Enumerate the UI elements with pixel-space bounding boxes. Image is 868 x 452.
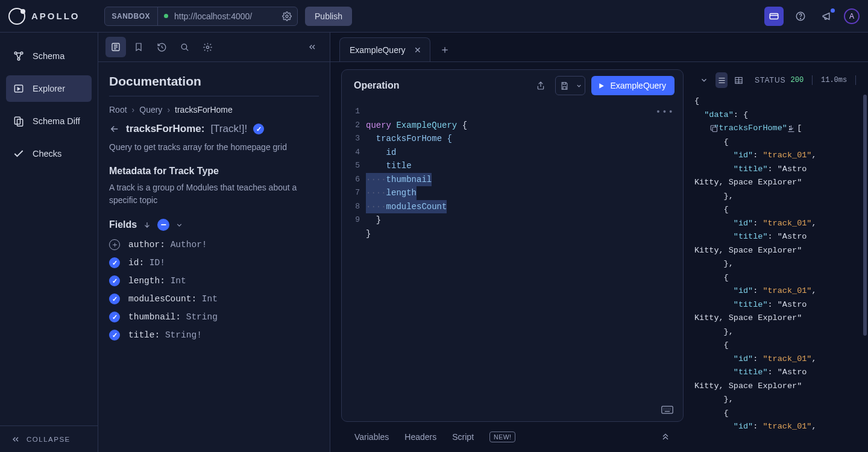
back-arrow-icon[interactable] xyxy=(109,124,120,134)
topbar-right-icons: A xyxy=(764,7,860,26)
bookmark-icon[interactable] xyxy=(128,37,149,57)
svg-rect-1 xyxy=(770,13,778,19)
nav-label: Checks xyxy=(33,149,61,159)
doc-view-icon[interactable] xyxy=(105,37,126,57)
collapse-label: COLLAPSE xyxy=(27,436,71,443)
status-code: 200 xyxy=(791,76,804,84)
field-add-icon[interactable]: ＋ xyxy=(109,239,120,250)
field-row[interactable]: modulesCount: Int xyxy=(109,293,319,304)
scrollbar[interactable] xyxy=(863,95,867,336)
announcements-icon[interactable] xyxy=(817,7,837,26)
help-icon[interactable] xyxy=(791,7,810,26)
collapse-sidebar-button[interactable]: COLLAPSE xyxy=(0,425,98,452)
add-tab-button[interactable]: ＋ xyxy=(435,40,454,59)
crumb-root[interactable]: Root xyxy=(109,105,127,115)
download-icon[interactable] xyxy=(787,97,855,160)
svg-point-0 xyxy=(286,15,288,17)
nav-item-schema-diff[interactable]: Schema Diff xyxy=(6,108,92,134)
code-editor[interactable]: 123456789 query ExampleQuery { tracksFor… xyxy=(342,101,683,421)
code-content[interactable]: query ExampleQuery { tracksForHome { id … xyxy=(366,101,683,416)
nav-label: Schema xyxy=(33,51,64,61)
line-gutter: 123456789 xyxy=(342,101,366,416)
doc-toolbar xyxy=(98,33,330,62)
field-header: tracksForHome: [Track!]! xyxy=(109,123,319,135)
field-row[interactable]: thumbnail: String xyxy=(109,312,319,322)
response-body[interactable]: { "data": { "tracksForHome": [ { "id": "… xyxy=(690,95,868,452)
nav-item-explorer[interactable]: Explorer xyxy=(6,75,92,102)
save-dropdown[interactable] xyxy=(555,76,585,95)
endpoint-url[interactable]: http://localhost:4000/ xyxy=(174,11,277,21)
field-check-icon[interactable] xyxy=(109,312,120,322)
field-check-icon[interactable] xyxy=(109,330,120,341)
documentation-panel: Documentation Root› Query› tracksForHome… xyxy=(98,33,330,452)
user-avatar[interactable]: A xyxy=(844,8,860,24)
sort-arrow-icon[interactable] xyxy=(143,221,151,229)
collapse-doc-icon[interactable] xyxy=(302,37,322,57)
explorer-icon xyxy=(12,82,25,95)
response-time: 11.0ms xyxy=(821,76,847,84)
save-icon[interactable] xyxy=(556,77,573,95)
field-name: thumbnail: String xyxy=(128,312,218,322)
editor-tabs: ExampleQuery ✕ ＋ xyxy=(330,33,868,62)
search-icon[interactable] xyxy=(174,37,195,57)
checks-icon xyxy=(12,147,25,160)
field-row[interactable]: ＋author: Author! xyxy=(109,239,319,250)
connection-status-dot xyxy=(164,14,168,18)
field-description: Query to get tracks array for the homepa… xyxy=(109,141,319,154)
run-operation-button[interactable]: ExampleQuery xyxy=(591,76,675,95)
field-selected-icon[interactable] xyxy=(253,124,264,134)
tab-close-icon[interactable]: ✕ xyxy=(414,45,421,55)
schema-diff-icon xyxy=(12,115,25,128)
metadata-heading: Metadata for Track Type xyxy=(109,166,319,177)
collapse-down-icon[interactable] xyxy=(698,72,711,88)
endpoint-settings-icon[interactable] xyxy=(277,11,297,21)
brand-text: APOLLO xyxy=(31,11,80,21)
run-button-label: ExampleQuery xyxy=(610,81,666,90)
nav-item-schema[interactable]: Schema xyxy=(6,43,92,69)
field-type[interactable]: [Track!]! xyxy=(210,123,247,135)
layout-list-icon[interactable] xyxy=(715,72,728,88)
copy-icon[interactable] xyxy=(709,97,778,160)
environment-chip[interactable]: SANDBOX xyxy=(105,7,159,25)
field-name: modulesCount: Int xyxy=(128,294,218,304)
expand-panel-icon[interactable] xyxy=(661,432,670,442)
field-name: title: String! xyxy=(128,330,202,340)
field-row[interactable]: id: ID! xyxy=(109,257,319,268)
schema-icon xyxy=(12,49,25,63)
field-row[interactable]: title: String! xyxy=(109,330,319,341)
field-check-icon[interactable] xyxy=(109,293,120,304)
endpoint-url-box: SANDBOX http://localhost:4000/ xyxy=(104,7,298,26)
field-name: tracksForHome: xyxy=(126,123,204,135)
top-bar: APOLLO SANDBOX http://localhost:4000/ Pu… xyxy=(0,0,868,33)
share-icon[interactable] xyxy=(532,77,549,95)
doc-title: Documentation xyxy=(109,74,319,96)
svg-rect-13 xyxy=(662,406,673,413)
history-icon[interactable] xyxy=(151,37,172,57)
more-options-icon[interactable]: ••• xyxy=(656,107,675,117)
tab-example-query[interactable]: ExampleQuery ✕ xyxy=(339,37,430,61)
nav-label: Explorer xyxy=(33,84,65,93)
field-check-icon[interactable] xyxy=(109,257,120,268)
tab-script[interactable]: Script xyxy=(452,432,474,442)
table-view-icon[interactable] xyxy=(732,72,745,88)
field-name: author: Author! xyxy=(128,240,207,250)
nav-item-checks[interactable]: Checks xyxy=(6,140,92,167)
chevron-down-icon[interactable] xyxy=(573,77,585,95)
field-check-icon[interactable] xyxy=(109,275,120,286)
tab-headers[interactable]: Headers xyxy=(404,432,436,442)
svg-point-11 xyxy=(181,44,187,49)
tab-variables[interactable]: Variables xyxy=(354,432,389,442)
crumb-query[interactable]: Query xyxy=(139,105,162,115)
settings-icon[interactable] xyxy=(197,37,218,57)
field-name: length: Int xyxy=(128,276,186,286)
main-area: ExampleQuery ✕ ＋ Operation xyxy=(330,33,868,452)
keyboard-icon[interactable] xyxy=(661,406,673,414)
publish-button[interactable]: Publish xyxy=(305,7,352,26)
svg-point-3 xyxy=(800,18,800,19)
field-row[interactable]: length: Int xyxy=(109,275,319,286)
brand-logo: APOLLO xyxy=(8,8,80,25)
chevron-down-icon[interactable] xyxy=(175,221,183,229)
fields-remove-all-icon[interactable]: − xyxy=(157,219,169,231)
bottom-panel-tabs: Variables Headers Script NEW! xyxy=(341,422,684,452)
embed-icon[interactable] xyxy=(764,7,784,26)
